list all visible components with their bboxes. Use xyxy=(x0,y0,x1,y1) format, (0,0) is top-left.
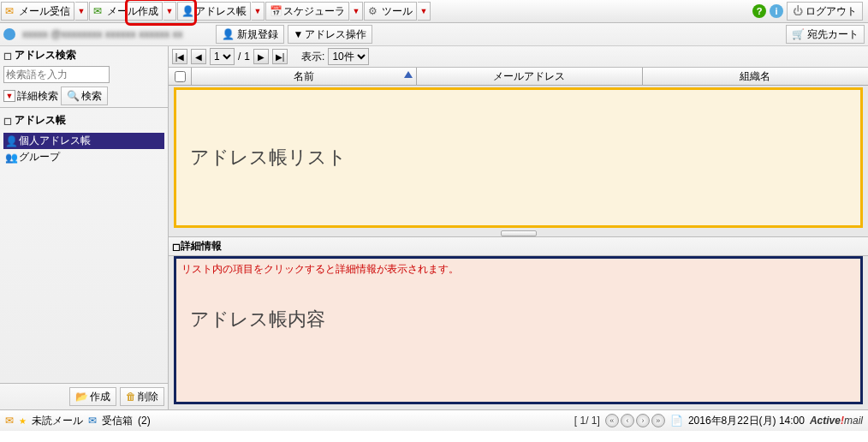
address-tree: 個人アドレス帳 グループ xyxy=(0,129,168,383)
col-checkbox[interactable] xyxy=(169,68,192,85)
detail-hint: リスト内の項目をクリックすると詳細情報が表示されます。 xyxy=(176,259,860,280)
info-icon[interactable]: i xyxy=(770,4,783,18)
envelope-unread-icon xyxy=(5,415,14,427)
toolbar-right: ? i ログアウト xyxy=(752,2,868,21)
sub-toolbar: xxxxx @xxxxxxxx xxxxxx xxxxxx xx 新規登録 ▼ … xyxy=(0,23,868,46)
address-book-button[interactable]: アドレス帳 xyxy=(177,2,251,21)
user-avatar-icon xyxy=(3,28,15,40)
tree-item-group[interactable]: グループ xyxy=(3,149,164,165)
address-list-area[interactable]: アドレス帳リスト xyxy=(174,87,863,228)
gear-icon xyxy=(368,5,380,17)
pager-bar: |◀ ◀ 1 / 1 ▶ ▶| 表示: 10件 xyxy=(169,46,868,68)
scheduler-button[interactable]: スケジューラ xyxy=(265,2,349,21)
detail-overlay-label: アドレス帳内容 xyxy=(190,307,325,332)
cart-icon xyxy=(792,28,805,40)
pager-first[interactable]: |◀ xyxy=(172,49,187,64)
col-org[interactable]: 組織名 xyxy=(643,68,868,85)
display-label: 表示: xyxy=(301,50,324,64)
content-area: |◀ ◀ 1 / 1 ▶ ▶| 表示: 10件 名前 メールアドレ xyxy=(169,46,868,409)
col-name[interactable]: 名前 xyxy=(192,68,417,85)
mail-receive-label: メール受信 xyxy=(19,4,70,19)
search-panel-header: ◻ アドレス検索 xyxy=(0,46,168,64)
main-toolbar: メール受信 ▼ メール作成 ▼ アドレス帳 ▼ スケジューラ ▼ ツール ▼ ?… xyxy=(0,0,868,23)
mail-compose-dropdown[interactable]: ▼ xyxy=(163,2,176,21)
dest-cart-button[interactable]: 宛先カート xyxy=(786,25,865,44)
tree-item-personal[interactable]: 個人アドレス帳 xyxy=(3,133,164,149)
search-input[interactable] xyxy=(3,66,110,83)
envelope-new-icon xyxy=(93,5,105,17)
tree-item-label: 個人アドレス帳 xyxy=(19,134,91,148)
status-pager-last[interactable]: » xyxy=(651,414,665,427)
person-icon xyxy=(5,135,17,147)
tools-label: ツール xyxy=(382,4,413,19)
tree-header-label: アドレス帳 xyxy=(15,113,66,128)
status-pager-prev[interactable]: ‹ xyxy=(621,414,634,427)
search-button[interactable]: 検索 xyxy=(61,87,108,105)
logout-button[interactable]: ログアウト xyxy=(787,2,863,21)
mail-receive-button[interactable]: メール受信 xyxy=(1,2,74,21)
status-unread[interactable]: 未読メール xyxy=(32,414,83,428)
tree-item-label: グループ xyxy=(19,150,60,164)
sidebar: ◻ アドレス検索 ▼ 詳細検索 検索 ◻ アドレス帳 個人アドレス帳 xyxy=(0,46,169,409)
status-pager-dots: « ‹ › » xyxy=(605,414,665,427)
square-bullet-icon: ◻ xyxy=(172,241,181,253)
page-sep: / xyxy=(238,51,241,63)
pager-next[interactable]: ▶ xyxy=(253,49,269,64)
sort-asc-icon xyxy=(404,71,413,78)
search-icon xyxy=(67,90,80,102)
address-ops-button[interactable]: ▼ アドレス操作 xyxy=(288,25,373,44)
create-label: 作成 xyxy=(90,390,110,404)
splitter-handle-icon xyxy=(501,230,537,236)
search-controls: ▼ 詳細検索 検索 xyxy=(0,85,168,108)
folder-delete-icon xyxy=(126,391,136,403)
page-date-icon xyxy=(670,415,683,427)
status-inbox[interactable]: 受信箱 xyxy=(102,414,133,428)
chevron-down-icon: ▼ xyxy=(3,90,15,102)
mail-compose-button[interactable]: メール作成 xyxy=(89,2,163,21)
mail-receive-dropdown[interactable]: ▼ xyxy=(75,2,88,21)
tools-dropdown[interactable]: ▼ xyxy=(418,2,431,21)
main-area: ◻ アドレス検索 ▼ 詳細検索 検索 ◻ アドレス帳 個人アドレス帳 xyxy=(0,46,868,409)
group-icon xyxy=(5,152,17,164)
address-book-label: アドレス帳 xyxy=(195,4,247,19)
col-mail-label: メールアドレス xyxy=(493,69,565,84)
select-all-checkbox[interactable] xyxy=(175,71,186,82)
status-pager-next[interactable]: › xyxy=(636,414,650,427)
page-total: 1 xyxy=(244,51,250,63)
delete-label: 削除 xyxy=(138,390,158,404)
address-book-dropdown[interactable]: ▼ xyxy=(252,2,265,21)
status-pager-first[interactable]: « xyxy=(605,414,619,427)
current-user: xxxxx @xxxxxxxx xxxxxx xxxxxx xx xyxy=(22,28,183,40)
status-inbox-count: (2) xyxy=(138,415,151,427)
star-icon xyxy=(19,415,27,427)
new-register-button[interactable]: 新規登録 xyxy=(216,25,284,44)
search-header-label: アドレス検索 xyxy=(15,48,76,63)
pager-prev[interactable]: ◀ xyxy=(191,49,206,64)
scheduler-label: スケジューラ xyxy=(283,4,345,19)
status-page: [ 1/ 1] xyxy=(574,415,600,427)
brand-logo: Active!mail xyxy=(810,415,863,427)
page-select[interactable]: 1 xyxy=(210,48,235,65)
col-name-label: 名前 xyxy=(294,69,314,84)
folder-create-icon xyxy=(75,391,88,403)
status-datetime: 2016年8月22日(月) 14:00 xyxy=(688,414,805,428)
help-icon[interactable]: ? xyxy=(752,4,766,18)
splitter[interactable] xyxy=(169,230,868,236)
detail-header: ◻ 詳細情報 xyxy=(169,236,868,256)
calendar-icon xyxy=(270,5,282,17)
sidebar-bottom: 作成 削除 xyxy=(0,383,168,409)
delete-button[interactable]: 削除 xyxy=(120,387,164,406)
detail-search-toggle[interactable]: ▼ 詳細検索 xyxy=(3,89,58,104)
create-button[interactable]: 作成 xyxy=(69,387,116,406)
pager-last[interactable]: ▶| xyxy=(272,49,288,64)
table-header: 名前 メールアドレス 組織名 xyxy=(169,68,868,86)
envelope-in-icon xyxy=(5,5,17,17)
scheduler-dropdown[interactable]: ▼ xyxy=(350,2,363,21)
col-mail[interactable]: メールアドレス xyxy=(417,68,642,85)
square-bullet-icon: ◻ xyxy=(3,115,12,127)
address-ops-arrow: ▼ xyxy=(294,28,304,40)
per-page-select[interactable]: 10件 xyxy=(328,48,369,65)
tools-button[interactable]: ツール xyxy=(364,2,417,21)
new-register-label: 新規登録 xyxy=(237,27,278,42)
new-register-icon xyxy=(222,28,235,40)
